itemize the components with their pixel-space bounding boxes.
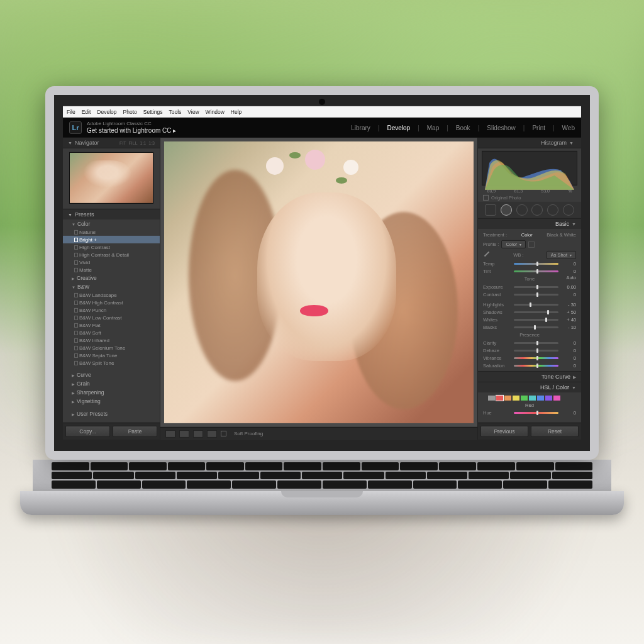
soft-proof-checkbox[interactable] — [221, 431, 226, 436]
preset-group-user[interactable]: ▶User Presets — [63, 409, 160, 418]
nav-1-1[interactable]: 1:1 — [140, 140, 147, 145]
preset-bw-landscape[interactable]: B&W Landscape — [63, 291, 160, 299]
hsl-tab-magenta[interactable] — [553, 396, 560, 401]
hsl-tab-blue[interactable] — [537, 396, 544, 401]
previous-button[interactable]: Previous — [480, 426, 528, 437]
blacks-label: Blacks — [483, 324, 511, 330]
auto-button[interactable]: Auto — [567, 275, 576, 280]
menu-settings[interactable]: Settings — [143, 109, 163, 115]
highlights-slider[interactable] — [514, 303, 558, 305]
hue-slider[interactable] — [514, 411, 558, 413]
preset-vivid[interactable]: Vivid — [63, 258, 160, 266]
radial-filter-icon[interactable] — [547, 204, 558, 216]
preset-bw-split[interactable]: B&W Split Tone — [63, 359, 160, 367]
hsl-tab-purple[interactable] — [545, 396, 552, 401]
hsl-tab-red[interactable] — [496, 396, 503, 401]
basic-header[interactable]: Basic▼ — [478, 219, 581, 229]
preset-group-vignetting[interactable]: ▶Vignetting — [63, 397, 160, 406]
preset-bw-low-contrast[interactable]: B&W Low Contrast — [63, 314, 160, 321]
preset-group-bw[interactable]: ▼B&W — [63, 282, 160, 291]
adjustment-brush-icon[interactable] — [563, 204, 574, 216]
original-photo-toggle[interactable]: Original Photo — [478, 194, 581, 202]
shadows-slider[interactable] — [514, 311, 558, 313]
menu-tools[interactable]: Tools — [169, 109, 181, 115]
graduated-filter-icon[interactable] — [531, 204, 543, 216]
redeye-tool-icon[interactable] — [516, 204, 528, 216]
preset-high-contrast[interactable]: High Contrast — [63, 243, 160, 251]
navigator-header[interactable]: ▼ Navigator FIT FILL 1:1 1:3 — [63, 138, 160, 148]
menu-view[interactable]: View — [187, 109, 199, 115]
tint-slider[interactable] — [514, 270, 558, 272]
preset-bw-high-contrast[interactable]: B&W High Contrast — [63, 299, 160, 306]
histogram-header[interactable]: Histogram▼ — [478, 138, 581, 148]
preset-high-contrast-detail[interactable]: High Contrast & Detail — [63, 251, 160, 258]
module-slideshow[interactable]: Slideshow — [487, 124, 516, 131]
crop-tool-icon[interactable] — [485, 204, 496, 216]
preset-bright[interactable]: Bright + — [63, 236, 160, 243]
nav-fill[interactable]: FILL — [129, 140, 138, 145]
whites-slider[interactable] — [514, 318, 558, 320]
hsl-tab-green[interactable] — [521, 396, 528, 401]
grid-view-icon[interactable] — [207, 430, 217, 437]
get-started-link[interactable]: Get started with Lightroom CC ▸ — [87, 127, 176, 135]
main-photo-canvas[interactable] — [164, 142, 474, 423]
treatment-color[interactable]: Color — [521, 232, 533, 238]
profile-browser-icon[interactable] — [528, 241, 535, 247]
contrast-slider[interactable] — [514, 293, 558, 295]
module-print[interactable]: Print — [532, 124, 545, 131]
preset-group-creative[interactable]: ▶Creative — [63, 274, 160, 282]
menu-file[interactable]: File — [67, 109, 75, 115]
preset-bw-infrared[interactable]: B&W Infrared — [63, 336, 160, 344]
preset-bw-flat[interactable]: B&W Flat — [63, 321, 160, 329]
preset-bw-sepia[interactable]: B&W Sepia Tone — [63, 352, 160, 359]
before-after-icon[interactable] — [179, 430, 189, 437]
loupe-view-icon[interactable] — [165, 430, 175, 437]
preset-bw-soft[interactable]: B&W Soft — [63, 329, 160, 336]
hsl-tab-aqua[interactable] — [529, 396, 536, 401]
preset-bw-selenium[interactable]: B&W Selenium Tone — [63, 344, 160, 352]
module-book[interactable]: Book — [456, 124, 470, 131]
profile-dropdown[interactable]: Color▾ — [501, 240, 526, 248]
menu-help[interactable]: Help — [231, 109, 242, 115]
dehaze-slider[interactable] — [514, 349, 558, 351]
nav-fit[interactable]: FIT — [119, 140, 126, 145]
module-library[interactable]: Library — [351, 124, 370, 131]
blacks-slider[interactable] — [514, 326, 558, 328]
paste-button[interactable]: Paste — [113, 426, 157, 437]
menu-edit[interactable]: Edit — [82, 109, 91, 115]
treatment-bw[interactable]: Black & White — [547, 232, 576, 238]
preset-group-curve[interactable]: ▶Curve — [63, 370, 160, 379]
copy-button[interactable]: Copy... — [65, 426, 110, 437]
wb-dropdown[interactable]: As Shot▾ — [547, 250, 576, 258]
menu-develop[interactable]: Develop — [97, 109, 116, 115]
hsl-header[interactable]: HSL / Color▼ — [478, 382, 581, 392]
preset-group-color[interactable]: ▼Color — [63, 219, 160, 228]
clarity-slider[interactable] — [514, 341, 558, 343]
hsl-tab-orange[interactable] — [504, 396, 511, 401]
module-develop[interactable]: Develop — [387, 124, 410, 131]
preset-bw-punch[interactable]: B&W Punch — [63, 306, 160, 314]
menu-photo[interactable]: Photo — [123, 109, 137, 115]
spot-removal-icon[interactable] — [501, 204, 512, 216]
eyedropper-icon[interactable] — [483, 251, 491, 258]
hsl-tab-all[interactable] — [488, 396, 495, 401]
vibrance-slider[interactable] — [514, 357, 558, 358]
module-web[interactable]: Web — [562, 124, 575, 131]
compare-view-icon[interactable] — [193, 430, 203, 437]
hsl-tab-yellow[interactable] — [513, 396, 519, 401]
preset-matte[interactable]: Matte — [63, 266, 160, 274]
menu-window[interactable]: Window — [206, 109, 225, 115]
exposure-slider[interactable] — [514, 286, 558, 287]
module-map[interactable]: Map — [427, 124, 439, 131]
histogram-display[interactable] — [482, 151, 577, 186]
tonecurve-header[interactable]: Tone Curve▶ — [478, 372, 581, 382]
temp-slider[interactable] — [514, 262, 558, 264]
saturation-slider[interactable] — [514, 364, 558, 366]
preset-group-grain[interactable]: ▶Grain — [63, 379, 160, 388]
preset-natural[interactable]: Natural — [63, 228, 160, 236]
reset-button[interactable]: Reset — [531, 426, 579, 437]
preset-group-sharpening[interactable]: ▶Sharpening — [63, 388, 160, 397]
nav-1-3[interactable]: 1:3 — [148, 140, 155, 145]
presets-header[interactable]: ▼Presets — [63, 209, 160, 219]
navigator-thumbnail[interactable] — [69, 152, 153, 204]
